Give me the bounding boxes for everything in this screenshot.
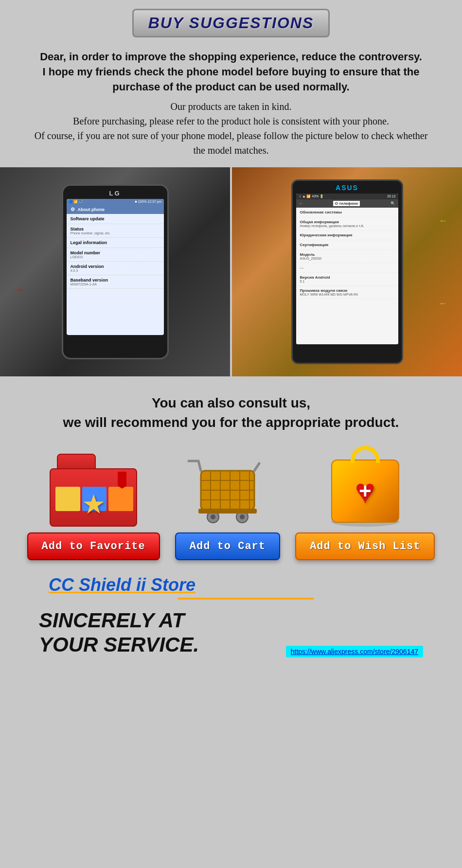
- page-title: BUY SUGGESTiONS: [132, 9, 330, 37]
- yellow-arrow-1: ←: [439, 216, 447, 226]
- normal-description: Our products are taken in kind. Before p…: [29, 99, 433, 158]
- svg-point-12: [240, 514, 245, 519]
- sincerely-text: SiNCERELY AtYOUR SERVICE.: [39, 608, 199, 657]
- footer-section: CC Shield ii Store SiNCERELY AtYOUR SERV…: [0, 565, 462, 665]
- icons-section: ★ Add to Favorite: [0, 439, 462, 565]
- store-underline: [178, 598, 314, 600]
- red-arrow-1: →: [15, 235, 24, 247]
- asus-phone-image: ASUS ☆ ▲ 📶 43% 🔋 20:12 ← О телефоне 🔍 Об…: [232, 167, 462, 376]
- asus-phone-mockup: ASUS ☆ ▲ 📶 43% 🔋 20:12 ← О телефоне 🔍 Об…: [291, 179, 403, 364]
- lg-screen: 🔵 📶 🔊 ■ 100% 12:37 pm ⚙ About phone Soft…: [67, 199, 164, 335]
- red-arrow-2: →: [15, 284, 24, 295]
- consult-section: You can also consult us, we will recomme…: [0, 381, 462, 439]
- add-to-wishlist-button[interactable]: Add to Wish List: [295, 532, 435, 560]
- lg-brand-label: LG: [109, 190, 121, 197]
- svg-point-11: [211, 514, 215, 519]
- cart-svg: [186, 456, 269, 524]
- plus-icon: +: [359, 480, 372, 502]
- store-link[interactable]: https://www.aliexpress.com/store/2906147: [286, 646, 423, 657]
- lg-phone-mockup: LG 🔵 📶 🔊 ■ 100% 12:37 pm ⚙ About phone S…: [62, 184, 169, 359]
- phone-images-section: LG 🔵 📶 🔊 ■ 100% 12:37 pm ⚙ About phone S…: [0, 167, 462, 376]
- wishlist-item: ♥ + Add to Wish List: [295, 449, 435, 560]
- bag-icon: ♥ +: [321, 449, 409, 527]
- folder-icon: ★: [50, 454, 137, 527]
- store-name: CC Shield ii Store: [49, 575, 195, 595]
- svg-rect-13: [198, 509, 257, 514]
- star-icon: ★: [82, 491, 106, 518]
- asus-brand-label: ASUS: [336, 184, 358, 192]
- consult-text: You can also consult us, we will recomme…: [19, 393, 443, 431]
- asus-screen: ☆ ▲ 📶 43% 🔋 20:12 ← О телефоне 🔍 Обновле…: [296, 194, 398, 344]
- bookmark-icon: [118, 472, 126, 489]
- sincerely-wrap: SiNCERELY AtYOUR SERVICE. https://www.al…: [19, 608, 443, 657]
- favorite-item: ★ Add to Favorite: [27, 454, 160, 560]
- heart-plus-icon: ♥ +: [343, 472, 387, 511]
- header-section: BUY SUGGESTiONS: [0, 0, 462, 42]
- lg-phone-image: LG 🔵 📶 🔊 ■ 100% 12:37 pm ⚙ About phone S…: [0, 167, 230, 376]
- add-to-cart-button[interactable]: Add to Cart: [175, 532, 280, 560]
- yellow-arrow-2: ←: [439, 299, 447, 309]
- description-section: Dear, in order to improve the shopping e…: [0, 42, 462, 162]
- add-to-favorite-button[interactable]: Add to Favorite: [27, 532, 160, 560]
- cart-icon: [184, 454, 271, 527]
- cart-item: Add to Cart: [175, 454, 280, 560]
- bold-description: Dear, in order to improve the shopping e…: [29, 50, 433, 94]
